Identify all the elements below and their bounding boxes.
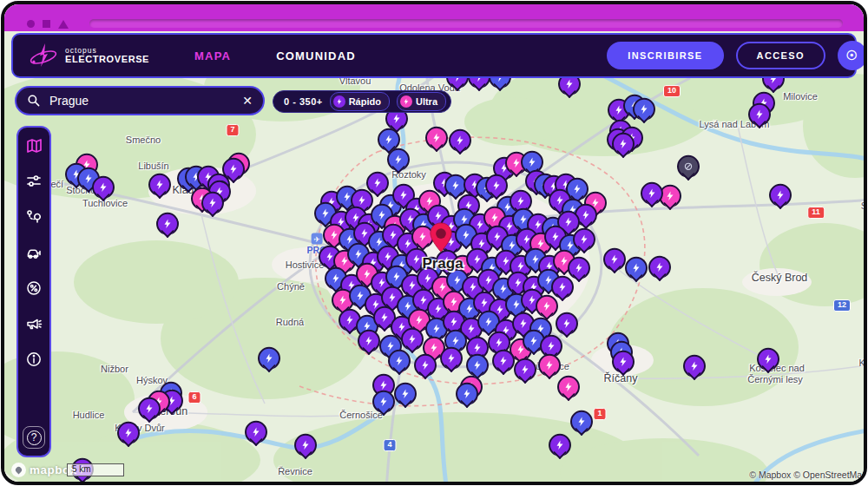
charger-pin[interactable] [401,328,424,351]
charger-pin[interactable] [551,276,574,299]
road-shield: 10 [663,85,681,97]
shooting-star-icon [29,41,58,70]
power-range-label: 0 - 350+ [284,96,323,107]
address-bar[interactable] [89,19,843,28]
charger-pin[interactable] [245,421,267,443]
browser-chrome-bar [4,4,864,31]
charger-pin[interactable] [485,174,508,197]
info-icon[interactable] [24,350,43,369]
megaphone-icon[interactable] [24,314,43,333]
charger-pin[interactable] [387,148,410,171]
charger-pin[interactable] [641,182,663,205]
charger-pin[interactable] [414,354,437,377]
ev-car-icon[interactable] [24,243,43,262]
charger-pin[interactable] [648,256,671,279]
brand-name-bottom: ELECTROVERSE [65,55,149,65]
charger-pin[interactable] [148,174,171,196]
charger-pin[interactable] [757,348,779,371]
filters-sliders-icon[interactable] [24,172,43,191]
charger-pin[interactable] [372,391,395,413]
charger-pin[interactable] [568,257,590,279]
signup-button[interactable]: INSCRIBIRSE [607,42,723,69]
charger-pin[interactable] [92,176,115,199]
charger-pin[interactable] [466,354,489,377]
charger-pin[interactable] [625,257,648,279]
map-scale-bar: 5 km [67,463,124,476]
road-shield: 12 [833,299,851,312]
app-navbar: octopus ELECTROVERSE MAPA COMUNIDAD INSC… [11,33,857,78]
filter-chip-rapido[interactable]: Rápido [330,92,390,111]
charger-pin[interactable] [612,133,635,155]
city-label-praga: Praga [422,255,463,273]
place-label: Nižbor [101,364,128,374]
charger-pin[interactable] [366,172,389,194]
charger-pin[interactable] [570,410,593,433]
place-label: Hostivice [286,259,325,270]
window-control-circle[interactable] [27,20,35,28]
place-label: Chýně [277,281,305,292]
charger-pin[interactable] [222,158,245,181]
bolt-icon [333,95,345,108]
road-shield: 4 [383,439,396,451]
help-button[interactable]: ? [23,426,45,449]
charger-pin[interactable] [633,98,655,121]
screenshot: SmečnoLibušínKladnoStochovTuchloviceRozt… [0,0,868,486]
charger-pin[interactable] [536,295,558,318]
charger-pin[interactable] [294,434,317,456]
place-label: Černošice [339,410,383,420]
route-planner-icon[interactable] [24,207,43,227]
charger-pin[interactable] [358,330,380,352]
globe-icon[interactable]: ☉ [838,41,867,70]
search-icon [27,94,41,108]
charger-pin[interactable] [573,228,595,251]
bolt-icon [400,95,412,108]
filter-chip-ultra[interactable]: Ultra [397,92,446,111]
charger-pin[interactable] [388,350,411,372]
place-label: Rudná [276,317,304,327]
login-button[interactable]: ACCESO [736,42,825,69]
charger-pin[interactable] [748,103,771,126]
road-shield: 1 [593,408,606,420]
place-label: Řevnice [278,466,312,476]
charger-pin[interactable] [549,434,571,456]
window-control-triangle[interactable] [58,20,69,29]
tab-mapa[interactable]: MAPA [194,49,231,62]
tab-comunidad[interactable]: COMUNIDAD [276,49,356,62]
window-control-square[interactable] [43,20,50,28]
charger-pin[interactable] [603,248,626,271]
restricted-charger-pin[interactable] [677,155,700,178]
searched-location-pin[interactable] [429,222,453,257]
filter-bar: 0 - 350+ Rápido Ultra [273,90,451,113]
charger-pin[interactable] [538,354,561,377]
charger-pin[interactable] [556,312,578,335]
map-icon[interactable] [24,136,43,155]
charger-pin[interactable] [201,192,224,214]
place-label: Milovice [783,91,818,102]
place-label: Smečno [126,135,161,145]
charger-pin[interactable] [156,213,179,235]
charger-pin[interactable] [394,383,417,405]
charger-pin[interactable] [258,347,280,370]
map-attribution[interactable]: © Mapbox © OpenStreetMap [749,470,867,480]
charger-pin[interactable] [449,129,471,152]
place-label: Hudlice [73,410,105,420]
offers-percent-icon[interactable] [24,279,43,298]
charger-pin[interactable] [117,422,140,444]
charger-pin[interactable] [514,358,536,381]
charger-pin[interactable] [425,127,448,149]
charger-pin[interactable] [557,376,580,398]
charger-pin[interactable] [769,184,792,207]
place-label: Český Brod [752,272,808,284]
charger-pin[interactable] [612,351,635,373]
charger-pin[interactable] [683,355,706,378]
charger-pin[interactable] [456,383,478,405]
charger-pin[interactable] [492,350,515,372]
browser-window: SmečnoLibušínKladnoStochovTuchloviceRozt… [1,1,867,485]
brand-logo[interactable]: octopus ELECTROVERSE [29,41,149,70]
road-shield: 11 [807,207,825,219]
charger-pin[interactable] [138,397,161,420]
road-shield: 7 [226,124,239,136]
clear-search-icon[interactable]: ✕ [242,94,253,108]
search-input[interactable] [48,93,242,108]
charger-pin[interactable] [440,347,463,370]
